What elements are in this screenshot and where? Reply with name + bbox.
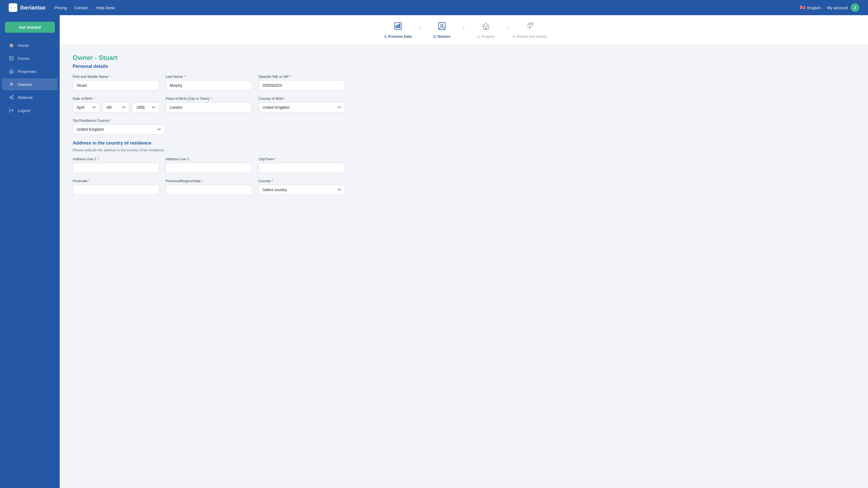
brand-name: iberiantax xyxy=(20,5,45,11)
topnav-right: 🇬🇧 English My account J xyxy=(800,3,859,12)
language-selector[interactable]: 🇬🇧 English xyxy=(800,5,820,10)
last-name-group: Last Name * xyxy=(166,74,252,91)
form-row-tax: Tax Residence Country * United Kingdom S… xyxy=(73,119,345,134)
sidebar-item-home[interactable]: 🏠 Home xyxy=(2,39,58,51)
svg-rect-12 xyxy=(396,26,397,28)
sidebar-label-logout: Logout xyxy=(18,108,30,113)
required-indicator: * xyxy=(202,179,203,183)
step-arrow-3: › xyxy=(505,25,511,31)
sidebar: Get Started 🏠 Home Forms Properties xyxy=(0,15,60,488)
dob-year-select[interactable]: 1956 xyxy=(132,102,159,112)
step2-label: 2. Owners xyxy=(433,34,450,38)
form-row-address1: Address Line 1 * Address Line 2 City/Tow… xyxy=(73,157,345,173)
step2-icon xyxy=(437,22,446,32)
svg-rect-13 xyxy=(397,24,399,28)
personal-details-title: Personal details xyxy=(73,64,345,69)
svg-point-5 xyxy=(12,95,13,97)
address1-input[interactable] xyxy=(73,163,159,173)
first-name-input[interactable] xyxy=(73,80,159,91)
step-previous-data[interactable]: 1. Previous Data xyxy=(379,22,417,38)
step1-icon xyxy=(394,22,402,32)
last-name-label: Last Name * xyxy=(166,74,252,78)
svg-point-6 xyxy=(9,97,11,98)
topnav-links: Pricing Contact Help Desk xyxy=(54,5,800,10)
sidebar-item-owners[interactable]: Owners xyxy=(2,78,58,90)
address2-label: Address Line 2 xyxy=(166,157,252,161)
svg-rect-18 xyxy=(485,28,487,30)
nav-helpdesk[interactable]: Help Desk xyxy=(96,5,115,10)
postcode-label: Postcode * xyxy=(73,179,159,183)
sidebar-item-logout[interactable]: Logout xyxy=(2,104,58,116)
sidebar-label-referral: Referral xyxy=(18,95,32,100)
step-property[interactable]: 3. Property xyxy=(467,22,505,38)
main-content: 1. Previous Data › 2. Owners › xyxy=(60,15,868,209)
step-arrow-2: › xyxy=(461,25,467,31)
sidebar-label-home: Home xyxy=(18,43,29,48)
brand-logo[interactable]: ←→ iberiantax xyxy=(9,3,45,12)
required-indicator: * xyxy=(93,97,95,101)
myaccount-label: My account xyxy=(827,5,848,10)
province-label: Province/Region/State * xyxy=(166,179,252,183)
nie-input[interactable] xyxy=(258,80,345,91)
required-indicator: * xyxy=(275,157,276,161)
stepper-bar: 1. Previous Data › 2. Owners › xyxy=(60,15,868,45)
address1-label: Address Line 1 * xyxy=(73,157,159,161)
nav-pricing[interactable]: Pricing xyxy=(54,5,67,10)
topnav: ←→ iberiantax Pricing Contact Help Desk … xyxy=(0,0,868,15)
address1-group: Address Line 1 * xyxy=(73,157,159,173)
birth-city-input[interactable] xyxy=(166,102,252,112)
logo-icon: ←→ xyxy=(9,3,18,12)
flag-icon: 🇬🇧 xyxy=(800,5,806,10)
required-indicator: * xyxy=(290,74,291,78)
step-review[interactable]: 4. Review and Submit xyxy=(511,22,549,38)
postcode-input[interactable] xyxy=(73,185,159,195)
svg-point-7 xyxy=(12,98,13,99)
required-indicator: * xyxy=(88,179,90,183)
city-label: City/Town * xyxy=(258,157,345,161)
address2-input[interactable] xyxy=(166,163,252,173)
sidebar-item-forms[interactable]: Forms xyxy=(2,52,58,64)
tax-country-label: Tax Residence Country * xyxy=(73,119,165,123)
sidebar-label-forms: Forms xyxy=(18,56,30,61)
birth-city-group: Place of Birth (City or Town) * xyxy=(166,97,252,112)
nie-group: Spanish NIE or NIF * xyxy=(258,74,345,91)
required-indicator: * xyxy=(272,179,273,183)
dob-group: Date of Birth * April 4th 1956 xyxy=(73,97,159,112)
svg-point-4 xyxy=(10,83,12,84)
required-indicator: * xyxy=(284,97,286,101)
birth-country-group: Country of Birth * United Kingdom Spain … xyxy=(258,97,345,112)
language-label: English xyxy=(807,5,820,10)
referral-icon xyxy=(9,95,14,100)
city-input[interactable] xyxy=(258,163,345,173)
sidebar-item-properties[interactable]: Properties xyxy=(2,65,58,77)
dob-row: April 4th 1956 xyxy=(73,102,159,112)
required-indicator: * xyxy=(110,119,112,123)
avatar: J xyxy=(850,3,859,12)
owners-icon xyxy=(9,82,14,87)
province-group: Province/Region/State * xyxy=(166,179,252,195)
province-input[interactable] xyxy=(166,185,252,195)
country-select[interactable]: Select country United Kingdom Spain Fran… xyxy=(258,185,345,195)
step-owners[interactable]: 2. Owners xyxy=(423,22,461,38)
dob-label: Date of Birth * xyxy=(73,97,159,101)
address2-group: Address Line 2 xyxy=(166,157,252,173)
address-subtitle: Please indicate the address in the count… xyxy=(73,148,345,152)
dob-day-select[interactable]: 4th xyxy=(102,102,130,112)
step1-label: 1. Previous Data xyxy=(384,34,411,38)
sidebar-item-referral[interactable]: Referral xyxy=(2,91,58,103)
required-indicator: * xyxy=(97,157,99,161)
form-row-birth: Date of Birth * April 4th 1956 xyxy=(73,97,345,112)
forms-icon xyxy=(9,56,14,61)
properties-icon xyxy=(9,69,14,74)
dob-month-select[interactable]: April xyxy=(73,102,100,112)
nav-contact[interactable]: Contact xyxy=(74,5,88,10)
birth-country-label: Country of Birth * xyxy=(258,97,345,101)
birth-country-select[interactable]: United Kingdom Spain France Germany Irel… xyxy=(258,102,345,112)
get-started-button[interactable]: Get Started xyxy=(5,22,55,33)
step-arrow-1: › xyxy=(417,25,423,31)
last-name-input[interactable] xyxy=(166,80,252,91)
myaccount-link[interactable]: My account J xyxy=(827,3,859,12)
step3-label: 3. Property xyxy=(477,34,495,38)
tax-country-select[interactable]: United Kingdom Spain France Germany Irel… xyxy=(73,124,165,134)
sidebar-label-owners: Owners xyxy=(18,82,32,87)
